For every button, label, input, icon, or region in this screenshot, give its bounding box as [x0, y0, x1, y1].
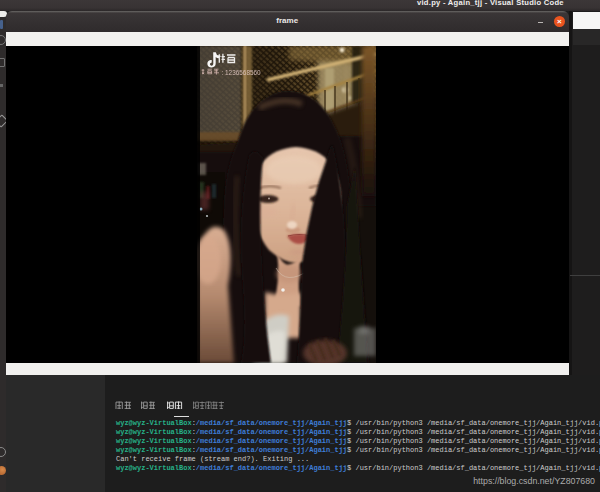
- svg-text:: 1236568560: : 1236568560: [222, 69, 262, 76]
